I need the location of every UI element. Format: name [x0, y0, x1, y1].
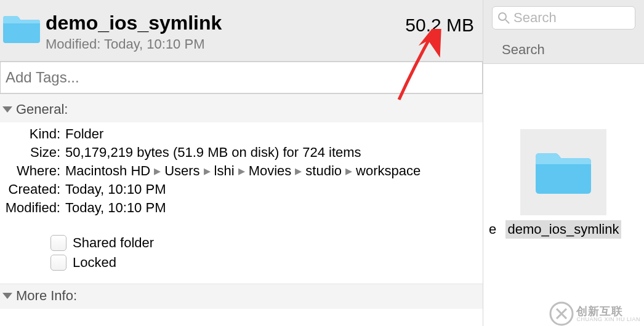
tags-input[interactable]	[0, 62, 483, 93]
general-content: Kind:Folder Size:50,179,219 bytes (51.9 …	[0, 122, 483, 284]
get-info-panel: demo_ios_symlink Modified: Today, 10:10 …	[0, 0, 483, 326]
svg-point-0	[499, 13, 506, 20]
icon-view-item[interactable]: demo_ios_symlink	[493, 129, 634, 239]
item-filename: demo_ios_symlink	[505, 220, 622, 239]
kind-label: Kind:	[0, 125, 65, 143]
disclosure-triangle-icon	[2, 293, 12, 299]
shared-folder-checkbox[interactable]	[50, 235, 66, 251]
section-general[interactable]: General:	[0, 94, 483, 122]
info-header: demo_ios_symlink Modified: Today, 10:10 …	[0, 0, 483, 61]
modified-value: Today, 10:10 PM	[65, 199, 483, 217]
where-value: Macintosh HD▸Users▸lshi▸Movies▸studio▸wo…	[65, 162, 483, 180]
tab-search[interactable]: Search	[502, 42, 545, 58]
tags-row	[0, 61, 483, 94]
size-label: Size:	[0, 143, 65, 162]
search-input[interactable]: Search	[492, 6, 635, 30]
shared-folder-row: Shared folder	[0, 233, 483, 253]
disclosure-triangle-icon	[2, 106, 12, 113]
item-title: demo_ios_symlink	[46, 12, 405, 34]
created-value: Today, 10:10 PM	[65, 180, 483, 199]
folder-icon	[533, 147, 594, 197]
item-size: 50.2 MB	[405, 12, 474, 36]
shared-folder-label: Shared folder	[73, 235, 154, 251]
where-label: Where:	[0, 162, 65, 180]
size-value: 50,179,219 bytes (51.9 MB on disk) for 7…	[65, 143, 483, 162]
locked-row: Locked	[0, 253, 483, 272]
search-icon	[497, 12, 510, 24]
svg-line-1	[505, 20, 509, 23]
scope-tabs: Search	[483, 32, 644, 58]
section-more-info[interactable]: More Info:	[0, 284, 483, 309]
modified-label: Modified:	[0, 199, 65, 217]
folder-icon	[1, 12, 42, 46]
locked-checkbox[interactable]	[50, 255, 66, 271]
kind-value: Folder	[65, 125, 483, 143]
created-label: Created:	[0, 180, 65, 199]
locked-label: Locked	[73, 255, 116, 271]
folder-thumbnail	[520, 129, 606, 215]
watermark: 创新互联 CHUANG XIN HU LIAN	[549, 301, 640, 326]
item-modified: Modified: Today, 10:10 PM	[46, 36, 405, 52]
watermark-logo-icon	[549, 301, 574, 326]
